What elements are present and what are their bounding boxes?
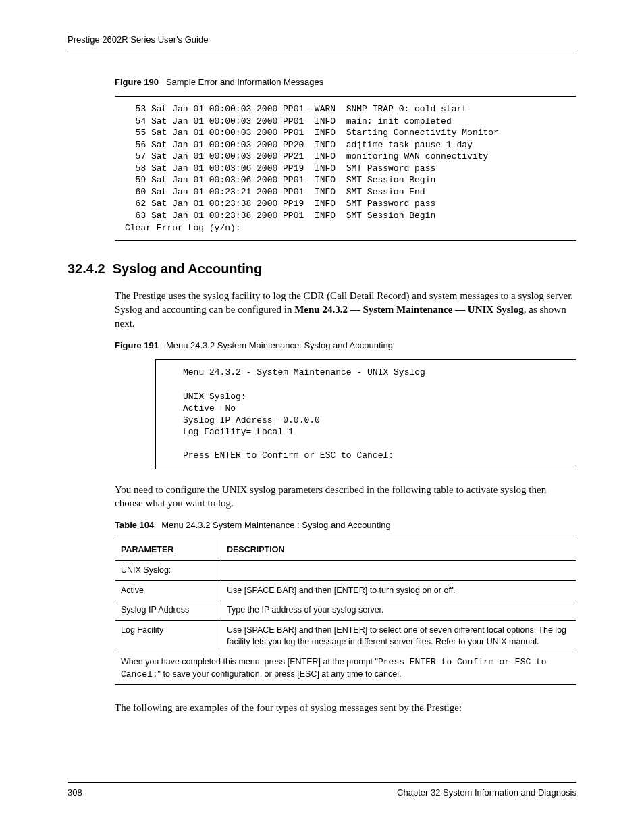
chapter-label: Chapter 32 System Information and Diagno… bbox=[397, 787, 576, 799]
table-header-row: PARAMETER DESCRIPTION bbox=[115, 540, 576, 560]
table-104-caption: Table 104 Menu 24.3.2 System Maintenance… bbox=[115, 519, 576, 531]
figure-191-title: Menu 24.3.2 System Maintenance: Syslog a… bbox=[166, 340, 393, 350]
cell-desc: Use [SPACE BAR] and then [ENTER] to sele… bbox=[221, 621, 576, 652]
table-104-label: Table 104 bbox=[115, 520, 154, 530]
th-description: DESCRIPTION bbox=[221, 540, 576, 560]
table-row: Active Use [SPACE BAR] and then [ENTER] … bbox=[115, 580, 576, 600]
table-104-title: Menu 24.3.2 System Maintenance : Syslog … bbox=[161, 520, 391, 530]
paragraph-2: You need to configure the UNIX syslog pa… bbox=[115, 483, 576, 511]
section-heading: 32.4.2 Syslog and Accounting bbox=[68, 260, 576, 278]
figure-190-caption: Figure 190 Sample Error and Information … bbox=[115, 76, 576, 88]
table-footnote-row: When you have completed this menu, press… bbox=[115, 652, 576, 685]
paragraph-1: The Prestige uses the syslog facility to… bbox=[115, 289, 576, 330]
figure-191-label: Figure 191 bbox=[115, 340, 159, 350]
section-number: 32.4.2 bbox=[68, 261, 105, 276]
paragraph-3: The following are examples of the four t… bbox=[115, 701, 576, 714]
th-parameter: PARAMETER bbox=[115, 540, 221, 560]
footnote-a: When you have completed this menu, press… bbox=[121, 657, 378, 667]
para1-bold: Menu 24.3.2 — System Maintenance — UNIX … bbox=[294, 304, 524, 315]
figure-191-content: Menu 24.3.2 - System Maintenance - UNIX … bbox=[155, 359, 576, 469]
page-number: 308 bbox=[68, 787, 82, 799]
page-footer: 308 Chapter 32 System Information and Di… bbox=[68, 782, 576, 799]
cell-desc bbox=[221, 560, 576, 580]
table-row: Syslog IP Address Type the IP address of… bbox=[115, 600, 576, 621]
table-row: Log Facility Use [SPACE BAR] and then [E… bbox=[115, 621, 576, 652]
cell-desc: Use [SPACE BAR] and then [ENTER] to turn… bbox=[221, 580, 576, 600]
figure-190-label: Figure 190 bbox=[115, 77, 159, 87]
cell-desc: Type the IP address of your syslog serve… bbox=[221, 600, 576, 621]
table-footnote: When you have completed this menu, press… bbox=[115, 652, 576, 685]
figure-190-content: 53 Sat Jan 01 00:00:03 2000 PP01 -WARN S… bbox=[115, 96, 576, 241]
cell-param: Active bbox=[115, 580, 221, 600]
cell-param: UNIX Syslog: bbox=[115, 560, 221, 580]
cell-param: Log Facility bbox=[115, 621, 221, 652]
footnote-b: " to save your configuration, or press [… bbox=[158, 669, 402, 679]
table-104: PARAMETER DESCRIPTION UNIX Syslog: Activ… bbox=[115, 540, 576, 685]
section-title: Syslog and Accounting bbox=[113, 261, 263, 276]
cell-param: Syslog IP Address bbox=[115, 600, 221, 621]
figure-190-title: Sample Error and Information Messages bbox=[166, 77, 323, 87]
running-header: Prestige 2602R Series User's Guide bbox=[68, 34, 576, 49]
figure-191-caption: Figure 191 Menu 24.3.2 System Maintenanc… bbox=[115, 340, 576, 352]
table-row: UNIX Syslog: bbox=[115, 560, 576, 580]
